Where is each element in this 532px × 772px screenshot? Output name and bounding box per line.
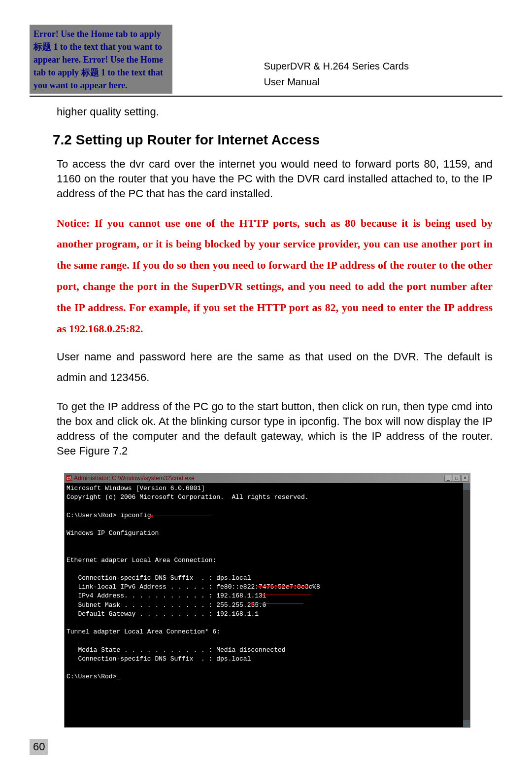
- previous-page-tail: higher quality setting.: [57, 105, 493, 118]
- cmd-icon: c:\: [66, 475, 72, 481]
- section-heading: 7.2 Setting up Router for Internet Acces…: [53, 132, 493, 148]
- doc-subtitle: User Manual: [264, 74, 409, 90]
- paragraph-intro: To access the dvr card over the internet…: [57, 157, 493, 201]
- paragraph-ipconfig-instructions: To get the IP address of the PC go to th…: [57, 399, 493, 458]
- cmd-title-text: Administrator: C:\Windows\system32\cmd.e…: [74, 475, 195, 482]
- minimize-icon[interactable]: _: [444, 475, 452, 482]
- error-banner: Error! Use the Home tab to apply 标题 1 to…: [30, 25, 172, 94]
- arrow-ipv4: [260, 586, 308, 587]
- arrow-subnet: [264, 595, 311, 595]
- scroll-down-icon[interactable]: ▼: [463, 720, 470, 727]
- cmd-window-figure: c:\ Administrator: C:\Windows\system32\c…: [64, 473, 470, 728]
- document-title-block: SuperDVR & H.264 Series Cards User Manua…: [264, 25, 502, 90]
- cmd-scrollbar[interactable]: ▲ ▼: [463, 483, 470, 727]
- close-icon[interactable]: ×: [461, 475, 469, 482]
- page-header: Error! Use the Home tab to apply 标题 1 to…: [30, 25, 502, 97]
- arrow-gateway: [253, 603, 303, 604]
- scroll-up-icon[interactable]: ▲: [463, 483, 470, 490]
- doc-title: SuperDVR & H.264 Series Cards: [264, 58, 409, 74]
- paragraph-credentials: User name and password here are the same…: [57, 347, 493, 388]
- cmd-output: Microsoft Windows [Version 6.0.6001] Cop…: [65, 483, 463, 727]
- cmd-titlebar: c:\ Administrator: C:\Windows\system32\c…: [65, 473, 470, 483]
- maximize-icon[interactable]: □: [453, 475, 461, 482]
- page-number: 60: [30, 739, 48, 755]
- arrow-ipconfig: [152, 516, 210, 516]
- notice-paragraph: Notice: If you cannot use one of the HTT…: [57, 213, 493, 340]
